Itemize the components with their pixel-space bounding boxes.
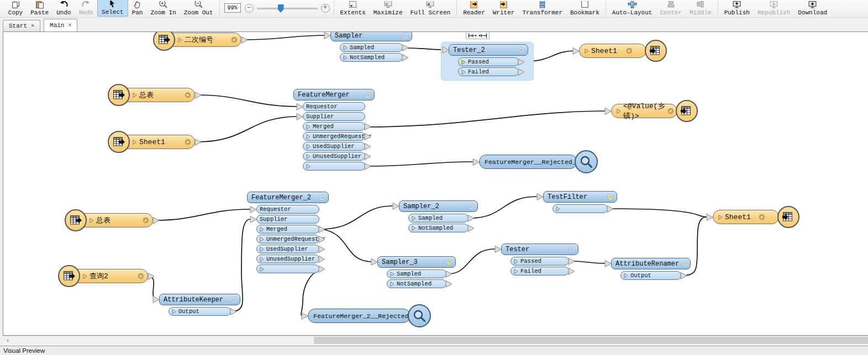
toolbar-button-extents[interactable]: Extents xyxy=(336,0,370,17)
toolbar-button-zoom-in[interactable]: Zoom In xyxy=(146,0,180,17)
input-arrow-icon[interactable] xyxy=(442,46,449,54)
visual-preview-panel-header[interactable]: Visual Preview xyxy=(0,346,868,355)
input-arrow-icon[interactable] xyxy=(296,103,303,111)
output-arrow-icon[interactable] xyxy=(318,235,325,243)
port-failed[interactable]: Failed xyxy=(511,267,569,275)
port-notsampled[interactable]: NotSampled xyxy=(408,224,469,232)
port-usedsupplier[interactable]: UsedSupplier xyxy=(303,142,365,151)
toolbar-button-transformer[interactable]: Transformer xyxy=(518,0,566,17)
reader-table-icon[interactable] xyxy=(108,131,130,153)
reader-table-icon[interactable] xyxy=(58,265,80,287)
run-to-icon[interactable] xyxy=(478,33,487,38)
port-output[interactable]: Output xyxy=(169,307,231,316)
input-arrow-icon[interactable] xyxy=(706,213,713,221)
connection-wire[interactable] xyxy=(197,116,298,142)
output-arrow-icon[interactable] xyxy=(568,257,575,266)
tab-main[interactable]: Main✕ xyxy=(44,19,77,31)
toolbar-button-writer[interactable]: Writer xyxy=(489,0,519,17)
toolbar-button-full-screen[interactable]: Full Screen xyxy=(407,0,455,17)
inspector-magnifier-icon[interactable] xyxy=(575,150,598,173)
output-arrow-icon[interactable] xyxy=(518,58,525,66)
port-supplier[interactable]: Supplier xyxy=(256,215,319,224)
input-arrow-icon[interactable] xyxy=(495,245,502,253)
input-arrow-icon[interactable] xyxy=(371,258,378,266)
toolbar-button-zoom-out[interactable]: Zoom Out xyxy=(180,0,217,17)
port-merged[interactable]: Merged xyxy=(303,122,365,131)
output-arrow-icon[interactable] xyxy=(518,68,525,76)
output-arrow-icon[interactable] xyxy=(364,142,371,151)
input-arrow-icon[interactable] xyxy=(572,47,580,55)
input-arrow-icon[interactable] xyxy=(301,312,308,320)
toolbar-button-publish[interactable]: Publish xyxy=(720,0,754,17)
connection-wire[interactable] xyxy=(610,209,706,217)
connection-wire[interactable] xyxy=(367,111,606,127)
toolbar-button-maximize[interactable]: Maximize xyxy=(370,0,407,17)
port-supplier[interactable]: Supplier xyxy=(303,112,365,121)
gear-icon[interactable]: ⚙ xyxy=(568,246,575,253)
reader-table-icon[interactable] xyxy=(65,209,87,231)
port-requestor[interactable]: Requestor xyxy=(256,205,319,214)
zoom-slider-track[interactable] xyxy=(257,8,318,9)
inspector-magnifier-icon[interactable] xyxy=(408,304,431,327)
gear-icon[interactable]: ⚙ xyxy=(625,47,633,55)
gear-icon[interactable]: ⚙ xyxy=(402,32,409,40)
output-arrow-icon[interactable] xyxy=(148,272,155,280)
run-from-icon[interactable] xyxy=(468,33,477,38)
input-arrow-icon[interactable] xyxy=(296,113,303,121)
connection-wire[interactable] xyxy=(367,162,473,166)
mini-run-toolbar[interactable] xyxy=(466,31,490,39)
toolbar-button-select[interactable]: Select xyxy=(97,0,128,17)
port-requestor[interactable]: Requestor xyxy=(303,102,365,111)
port-sampled[interactable]: Sampled xyxy=(340,43,403,52)
port-usedsupplier[interactable]: UsedSupplier xyxy=(256,245,319,253)
input-arrow-icon[interactable] xyxy=(250,205,257,214)
output-arrow-icon[interactable] xyxy=(402,44,409,52)
zoom-plus-button[interactable]: + xyxy=(321,4,330,13)
port-sampled[interactable]: Sampled xyxy=(387,269,446,278)
gear-icon[interactable]: ⚙ xyxy=(230,296,237,304)
gear-icon[interactable]: ⚙ xyxy=(467,203,475,210)
output-arrow-icon[interactable] xyxy=(445,270,453,278)
gear-icon[interactable]: ⚙ xyxy=(184,138,191,146)
output-arrow-icon[interactable] xyxy=(364,162,371,171)
output-arrow-icon[interactable] xyxy=(364,123,371,131)
gear-icon[interactable]: ⚙ xyxy=(184,91,191,99)
scroll-left-arrow-icon[interactable]: ‹ xyxy=(4,336,12,345)
connection-wire[interactable] xyxy=(197,95,298,107)
toolbar-button-pan[interactable]: Pan xyxy=(128,0,147,17)
output-arrow-icon[interactable] xyxy=(318,265,325,273)
toolbar-button-paste[interactable]: Paste xyxy=(27,0,52,17)
input-arrow-icon[interactable] xyxy=(152,295,160,304)
gear-icon[interactable]: ⚙ xyxy=(681,260,688,268)
port-notsampled[interactable]: NotSampled xyxy=(387,279,446,288)
gear-icon[interactable]: ⚙ xyxy=(230,36,238,44)
tab-close-icon[interactable]: ✕ xyxy=(68,23,71,28)
scrollbar-thumb[interactable] xyxy=(314,337,868,344)
output-arrow-icon[interactable] xyxy=(364,152,371,161)
toolbar-button-download[interactable]: Download xyxy=(794,0,831,17)
zoom-slider-handle[interactable] xyxy=(278,4,284,13)
port-passed[interactable]: Passed xyxy=(511,257,569,266)
output-arrow-icon[interactable] xyxy=(402,54,409,62)
port-sampled[interactable]: Sampled xyxy=(408,214,469,222)
input-arrow-icon[interactable] xyxy=(536,193,544,201)
port-unusedsupplier[interactable]: UnusedSupplier xyxy=(303,152,365,161)
toolbar-button-bookmark[interactable]: Bookmark xyxy=(566,0,603,17)
toolbar-button-undo[interactable]: Undo xyxy=(52,0,75,17)
output-arrow-icon[interactable] xyxy=(230,308,237,316)
port--rejected-[interactable] xyxy=(303,162,365,171)
writer-table-icon[interactable] xyxy=(676,100,698,122)
gear-icon[interactable]: ⚙ xyxy=(318,194,325,202)
port-failed[interactable]: Failed xyxy=(458,67,519,76)
output-arrow-icon[interactable] xyxy=(467,214,475,222)
output-arrow-icon[interactable] xyxy=(318,225,325,234)
connection-wire[interactable] xyxy=(322,206,392,229)
gear-icon[interactable]: ⚙ xyxy=(518,46,525,54)
output-arrow-icon[interactable] xyxy=(364,133,371,141)
port-merged[interactable]: Merged xyxy=(256,225,319,234)
writer-table-icon[interactable] xyxy=(645,40,667,62)
input-arrow-icon[interactable] xyxy=(604,259,612,268)
gear-icon[interactable]: ⚙ xyxy=(445,258,453,266)
port-passed[interactable]: Passed xyxy=(458,57,519,66)
zoom-slider[interactable] xyxy=(257,4,318,13)
